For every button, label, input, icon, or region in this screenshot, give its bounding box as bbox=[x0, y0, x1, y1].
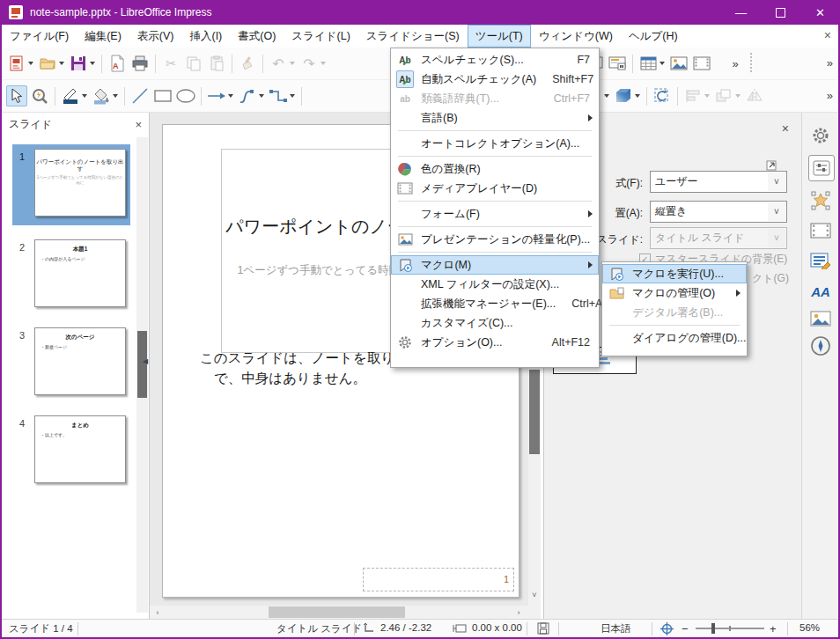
fit-slide-icon[interactable] bbox=[660, 622, 674, 637]
hidden-dropdown-arrow[interactable] bbox=[604, 94, 609, 98]
menu-view[interactable]: 表示(V) bbox=[129, 25, 182, 48]
panel-collapse-arrow[interactable]: ◀ bbox=[143, 357, 148, 365]
redo-button[interactable]: ↷ bbox=[298, 53, 320, 74]
open-button[interactable] bbox=[37, 53, 58, 74]
export-pdf-button[interactable]: A bbox=[107, 53, 128, 74]
redo-dropdown-arrow[interactable] bbox=[321, 62, 326, 65]
canvas-vscrollbar-thumb[interactable] bbox=[529, 370, 540, 454]
zoom-slider-thumb[interactable] bbox=[711, 623, 715, 634]
new-presentation-button[interactable] bbox=[6, 53, 27, 74]
format-combobox[interactable]: ユーザー ˅ bbox=[650, 171, 787, 193]
submenu-item-digital-signature[interactable]: デジタル署名(B)... bbox=[602, 303, 747, 322]
tab-gallery[interactable] bbox=[808, 306, 833, 331]
connector-dropdown-arrow[interactable] bbox=[290, 94, 295, 98]
orientation-combobox[interactable]: 縦置き ˅ bbox=[650, 201, 787, 223]
fill-color-button[interactable] bbox=[91, 85, 112, 106]
line-color-button[interactable] bbox=[60, 85, 81, 106]
zoom-in-button[interactable]: + bbox=[770, 622, 777, 635]
scroll-right-arrow[interactable]: › bbox=[512, 606, 525, 619]
cut-button[interactable]: ✂ bbox=[160, 53, 181, 74]
tab-slide-transition[interactable] bbox=[808, 188, 833, 213]
table-dropdown-arrow[interactable] bbox=[659, 62, 665, 65]
submenu-item-manage-dialogs[interactable]: ダイアログの管理(D)... bbox=[602, 328, 747, 348]
toolbar-grip[interactable] bbox=[748, 53, 753, 74]
rectangle-button[interactable] bbox=[152, 85, 173, 106]
tab-styles[interactable]: AA bbox=[808, 279, 833, 304]
close-document-button[interactable]: × bbox=[824, 29, 831, 41]
zoom-level-status[interactable]: 56% bbox=[799, 622, 820, 633]
menu-slide[interactable]: スライド(L) bbox=[284, 25, 357, 48]
menu-window[interactable]: ウィンドウ(W) bbox=[531, 25, 621, 48]
insert-image-button[interactable] bbox=[668, 53, 689, 74]
menu-item-color-replacer[interactable]: 色の置換(R) bbox=[391, 159, 599, 179]
fill-color-dropdown-arrow[interactable] bbox=[113, 94, 118, 98]
menu-item-auto-spellcheck[interactable]: Ab✓ 自動スペルチェック(A)Shift+F7 bbox=[391, 70, 599, 89]
menu-item-autocorrect-options[interactable]: オートコレクトオプション(A)... bbox=[391, 134, 599, 153]
new-dropdown-arrow[interactable] bbox=[28, 62, 33, 65]
menu-format[interactable]: 書式(O) bbox=[230, 25, 284, 48]
line-color-dropdown-arrow[interactable] bbox=[82, 94, 87, 98]
insert-table-button[interactable] bbox=[637, 53, 659, 74]
lines-and-arrows-button[interactable] bbox=[206, 85, 227, 106]
toolbar2-overflow-button[interactable]: » bbox=[827, 89, 831, 102]
master-slide-combobox[interactable]: タイトル スライド ˅ bbox=[650, 227, 787, 249]
menu-item-customize[interactable]: カスタマイズ(C)... bbox=[391, 313, 599, 333]
scroll-down-arrow[interactable]: ˅ bbox=[528, 588, 541, 602]
arrows-dropdown-arrow[interactable] bbox=[228, 94, 233, 98]
tab-animation[interactable] bbox=[808, 218, 833, 243]
align-dropdown-arrow[interactable] bbox=[704, 94, 710, 98]
curve-dropdown-arrow[interactable] bbox=[259, 94, 264, 98]
paste-button[interactable] bbox=[206, 53, 227, 74]
scroll-left-arrow[interactable]: ‹ bbox=[151, 606, 164, 619]
close-button[interactable]: ✕ bbox=[800, 0, 840, 25]
toolbar-overflow-button-2[interactable]: » bbox=[827, 56, 831, 70]
slide-1-thumbnail[interactable]: パワーポイントのノートを取り出す 1ページずつ手動でとってる時間がない場合のため… bbox=[34, 149, 126, 217]
zoom-pan-button[interactable] bbox=[29, 85, 50, 106]
language-status[interactable]: 日本語 bbox=[601, 622, 631, 635]
menu-file[interactable]: ファイル(F) bbox=[2, 25, 77, 48]
sidebar-close-button[interactable]: × bbox=[782, 121, 789, 136]
undo-button[interactable]: ↶ bbox=[268, 53, 289, 74]
menu-item-minimize-presentation[interactable]: プレゼンテーションの軽量化(P)... bbox=[391, 230, 599, 249]
slide-panel-close-button[interactable]: × bbox=[135, 118, 142, 131]
menu-item-xml-filter-settings[interactable]: XML フィルターの設定(X)... bbox=[391, 275, 599, 294]
tab-master-slides[interactable] bbox=[808, 248, 833, 273]
submenu-item-manage-macros[interactable]: マクロの管理(O) bbox=[602, 283, 747, 303]
arrange-button[interactable] bbox=[713, 85, 734, 106]
menu-insert[interactable]: 挿入(I) bbox=[181, 25, 230, 48]
align-objects-button[interactable] bbox=[682, 85, 704, 106]
canvas-hscrollbar[interactable]: ‹ › bbox=[150, 606, 541, 619]
menu-edit[interactable]: 編集(E) bbox=[77, 25, 129, 48]
connector-button[interactable] bbox=[268, 85, 289, 106]
insert-media-button[interactable] bbox=[691, 53, 712, 74]
zoom-out-button[interactable]: − bbox=[682, 622, 689, 635]
3d-objects-button[interactable] bbox=[613, 85, 634, 106]
save-dropdown-arrow[interactable] bbox=[90, 62, 95, 65]
curve-polygon-button[interactable] bbox=[237, 85, 258, 106]
undo-dropdown-arrow[interactable] bbox=[290, 62, 295, 65]
slide-4-thumbnail[interactable]: まとめ ・以上です。 bbox=[34, 415, 126, 483]
sidebar-settings-icon[interactable] bbox=[808, 123, 833, 148]
menu-item-media-player[interactable]: メディアプレイヤー(D) bbox=[391, 179, 599, 198]
toolbar-overflow-button[interactable]: » bbox=[724, 53, 745, 74]
rotate-button[interactable] bbox=[652, 85, 673, 106]
slide-2-thumbnail[interactable]: 本題1 ・の内容が入るページ bbox=[34, 239, 126, 307]
slide-3-thumbnail[interactable]: 次のページ ・新規ページ bbox=[34, 327, 126, 395]
menu-item-spellcheck[interactable]: Ab✓ スペルチェック(S)...F7 bbox=[391, 50, 599, 70]
menu-item-macros[interactable]: マクロ(M) bbox=[391, 255, 599, 275]
menu-item-language[interactable]: 言語(B) bbox=[391, 108, 599, 128]
save-button[interactable] bbox=[68, 53, 89, 74]
menu-item-thesaurus[interactable]: ab 類義語辞典(T)...Ctrl+F7 bbox=[391, 89, 599, 108]
menu-tools[interactable]: ツール(T) bbox=[468, 25, 531, 48]
start-from-current-slide-button[interactable] bbox=[607, 53, 628, 74]
menu-slideshow[interactable]: スライドショー(S) bbox=[358, 25, 468, 48]
insert-line-button[interactable] bbox=[129, 85, 151, 106]
menu-item-forms[interactable]: フォーム(F) bbox=[391, 204, 599, 224]
page-number-placeholder[interactable]: 1 bbox=[363, 568, 514, 591]
submenu-item-run-macro[interactable]: マクロを実行(U)... bbox=[602, 264, 747, 283]
maximize-button[interactable] bbox=[761, 0, 800, 25]
tab-navigator[interactable] bbox=[808, 334, 833, 358]
menu-item-extension-manager[interactable]: 拡張機能マネージャー(E)...Ctrl+Alt+E bbox=[391, 294, 599, 313]
menu-help[interactable]: ヘルプ(H) bbox=[621, 25, 686, 48]
arrange-dropdown-arrow[interactable] bbox=[735, 94, 741, 98]
